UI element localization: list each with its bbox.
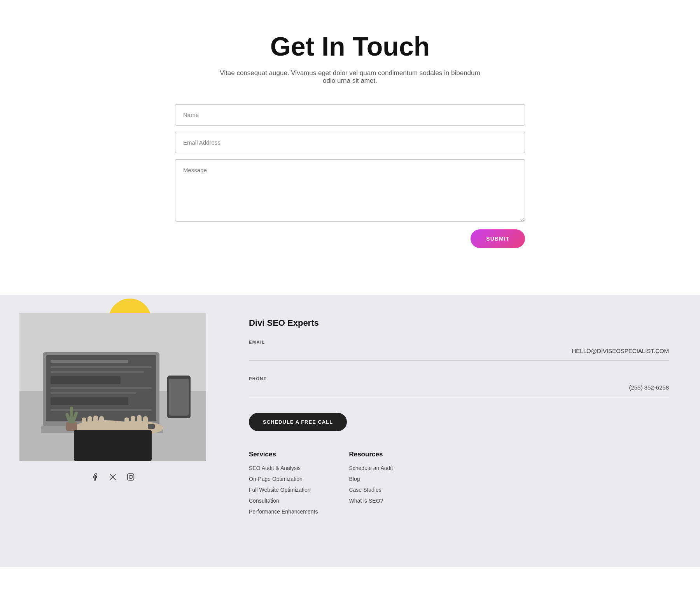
svg-rect-4 <box>51 360 128 363</box>
svg-rect-16 <box>131 416 135 429</box>
footer-svg-image <box>19 313 206 461</box>
email-label: EMAIL <box>249 340 669 344</box>
phone-section: PHONE (255) 352-6258 <box>249 376 669 397</box>
email-divider: HELLO@DIVISEOSPECIALIST.COM <box>249 348 669 361</box>
services-column: Services SEO Audit & AnalysisOn-Page Opt… <box>249 451 318 515</box>
contact-section: Get In Touch Vitae consequat augue. Viva… <box>0 0 700 295</box>
list-item: Consultation <box>249 497 318 504</box>
contact-title: Get In Touch <box>270 31 430 61</box>
facebook-icon[interactable] <box>91 473 99 481</box>
services-link[interactable]: SEO Audit & Analysis <box>249 465 301 471</box>
name-input[interactable] <box>175 104 525 126</box>
services-list: SEO Audit & AnalysisOn-Page Optimization… <box>249 465 318 515</box>
resources-link[interactable]: Blog <box>349 476 360 482</box>
svg-rect-20 <box>88 416 92 429</box>
phone-divider: (255) 352-6258 <box>249 384 669 397</box>
svg-rect-21 <box>93 416 98 429</box>
phone-value: (255) 352-6258 <box>249 384 669 391</box>
submit-button[interactable]: SUBMIT <box>471 229 525 248</box>
svg-rect-8 <box>51 387 152 389</box>
svg-rect-17 <box>137 415 142 429</box>
contact-form: SUBMIT <box>175 104 525 248</box>
footer-social <box>91 473 135 481</box>
svg-rect-31 <box>128 474 134 480</box>
services-link[interactable]: Full Website Optimization <box>249 487 310 493</box>
services-heading: Services <box>249 451 318 458</box>
svg-rect-7 <box>51 376 121 384</box>
svg-rect-22 <box>99 416 104 429</box>
footer-image <box>19 313 206 461</box>
list-item: Schedule an Audit <box>349 465 393 472</box>
submit-wrapper: SUBMIT <box>175 229 525 248</box>
instagram-icon[interactable] <box>126 473 135 481</box>
list-item: Full Website Optimization <box>249 486 318 493</box>
schedule-free-call-button[interactable]: SCHEDULE A FREE CALL <box>249 413 347 431</box>
svg-rect-19 <box>82 418 86 429</box>
services-link[interactable]: Performance Enhancements <box>249 508 318 515</box>
svg-rect-23 <box>148 424 155 429</box>
svg-rect-26 <box>66 422 77 431</box>
footer-right: Divi SEO Experts EMAIL HELLO@DIVISEOSPEC… <box>226 295 700 567</box>
list-item: Performance Enhancements <box>249 508 318 515</box>
message-input[interactable] <box>175 159 525 222</box>
svg-point-32 <box>129 475 132 479</box>
services-link[interactable]: On-Page Optimization <box>249 476 303 482</box>
svg-rect-18 <box>143 416 148 429</box>
company-name: Divi SEO Experts <box>249 318 669 328</box>
resources-link[interactable]: What is SEO? <box>349 498 383 504</box>
list-item: Blog <box>349 475 393 482</box>
contact-subtitle: Vitae consequat augue. Vivamus eget dolo… <box>214 69 486 85</box>
footer-left <box>0 295 226 567</box>
list-item: Case Studies <box>349 486 393 493</box>
email-input[interactable] <box>175 132 525 153</box>
list-item: On-Page Optimization <box>249 475 318 482</box>
svg-point-33 <box>132 475 133 476</box>
svg-rect-9 <box>51 392 136 394</box>
resources-column: Resources Schedule an AuditBlogCase Stud… <box>349 451 393 515</box>
list-item: What is SEO? <box>349 497 393 504</box>
phone-label: PHONE <box>249 376 669 381</box>
twitter-x-icon[interactable] <box>108 473 117 481</box>
email-section: EMAIL HELLO@DIVISEOSPECIALIST.COM <box>249 340 669 361</box>
resources-link[interactable]: Case Studies <box>349 487 381 493</box>
svg-rect-10 <box>51 397 128 405</box>
services-link[interactable]: Consultation <box>249 498 279 504</box>
list-item: SEO Audit & Analysis <box>249 465 318 472</box>
email-value: HELLO@DIVISEOSPECIALIST.COM <box>249 348 669 354</box>
svg-rect-30 <box>74 430 152 461</box>
resources-list: Schedule an AuditBlogCase StudiesWhat is… <box>349 465 393 504</box>
svg-rect-5 <box>51 366 152 368</box>
svg-rect-25 <box>169 379 189 416</box>
resources-link[interactable]: Schedule an Audit <box>349 465 393 471</box>
footer-section: Divi SEO Experts EMAIL HELLO@DIVISEOSPEC… <box>0 295 700 567</box>
svg-rect-15 <box>124 418 129 429</box>
footer-links-row: Services SEO Audit & AnalysisOn-Page Opt… <box>249 451 669 515</box>
svg-rect-11 <box>51 409 152 411</box>
resources-heading: Resources <box>349 451 393 458</box>
svg-rect-6 <box>51 371 144 373</box>
